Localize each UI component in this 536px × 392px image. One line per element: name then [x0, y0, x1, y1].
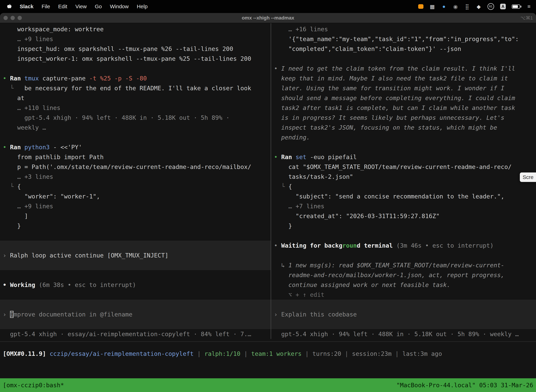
text-segment: gpt-5.4 xhigh · essay/ai-reimplementatio…: [3, 331, 251, 338]
screen-recording-indicator-icon[interactable]: [418, 4, 423, 9]
text-segment: Working: [10, 281, 35, 288]
app-status-icon-blue[interactable]: ●: [441, 4, 447, 9]
omx-session-status: [OMX#0.11.9] cczip/essay/ai-reimplementa…: [0, 349, 536, 359]
thinking-line: should send a message before completing …: [271, 93, 536, 103]
input-source-icon[interactable]: A: [500, 4, 506, 9]
output-line: "completed","claim_token":"claim-token"}…: [271, 44, 536, 54]
bullet-icon: •: [3, 281, 10, 288]
apple-menu-icon[interactable]: [7, 4, 12, 9]
model-status-line: gpt-5.4 xhigh · 94% left · 488K in · 5.1…: [271, 329, 536, 339]
text-segment: mprove documentation in @filename: [14, 311, 132, 318]
text-segment: "completed","claim_token":"claim-token"}…: [274, 45, 461, 52]
output-line: '{"team_name":"my-team","task_id":"1","f…: [271, 34, 536, 44]
battery-icon[interactable]: [512, 5, 520, 9]
password-manager-icon[interactable]: ◆: [476, 4, 482, 10]
zoom-button[interactable]: [18, 16, 22, 20]
tree-connector-icon: └: [3, 183, 17, 190]
text-segment: capture-pane: [39, 75, 86, 82]
window-title-bar: omx --xhigh --madmax ⌥⌘1: [0, 13, 536, 23]
text-segment: … +110 lines: [3, 104, 61, 111]
usage-stats-line: gpt-5.4 xhigh · 94% left · 488K in · 5.1…: [0, 113, 271, 123]
text-segment: roun: [342, 242, 357, 249]
bullet-icon: •: [3, 144, 10, 151]
text-cursor: I: [10, 311, 14, 318]
stat-badge[interactable]: 61: [488, 3, 494, 10]
menu-file[interactable]: File: [42, 4, 50, 9]
prompt-chevron-icon: ›: [3, 311, 10, 318]
text-segment: "worker": "worker-1",: [3, 193, 100, 200]
text-segment: readme-and-reco/mailbox/worker-1.json, a…: [274, 271, 504, 279]
close-button[interactable]: [4, 16, 8, 20]
composer-row: [0, 300, 271, 309]
text-segment: |: [302, 350, 312, 357]
menu-edit[interactable]: Edit: [58, 4, 67, 9]
menu-app-name[interactable]: Slack: [20, 4, 34, 9]
waiting-status-line: • Waiting for background terminal (3m 46…: [271, 241, 536, 250]
text-segment: gpt-5.4 xhigh · 94% left · 488K in · 5.1…: [3, 114, 230, 121]
text-segment: cczip/essay/ai-reimplementation-copyleft: [50, 350, 194, 357]
terminal-line: [0, 290, 271, 300]
minimize-button[interactable]: [10, 16, 15, 20]
text-segment: -t %25 -p -S -80: [86, 75, 147, 82]
text-segment: 1 new msg(s): read $OMX_TEAM_STATE_ROOT/…: [288, 262, 504, 269]
text-segment: |: [194, 350, 204, 357]
text-segment: '{"team_name":"my-team","task_id":"1","f…: [274, 36, 519, 42]
menu-bar-tray: ▦ ● ◉ ⣿ ◆ 61 A ≡: [418, 3, 532, 10]
output-line: └ {: [0, 182, 271, 191]
text-segment: }: [3, 222, 21, 229]
text-segment: continue assigned work or next feasible …: [274, 281, 450, 288]
text-segment: Explain this codebase: [281, 311, 357, 318]
text-segment: - <<'PY': [50, 144, 82, 151]
text-segment: inspect_worker-1: omx sparkshell --tmux-…: [3, 55, 251, 62]
composer-row: [271, 300, 536, 309]
text-segment: pending.: [274, 134, 310, 141]
text-segment: … +3 lines: [3, 173, 53, 180]
composer-input[interactable]: › Ralph loop active continue [OMX_TMUX_I…: [0, 250, 271, 260]
composer-row: [0, 241, 271, 250]
thinking-line: • I need to get the claim token from the…: [271, 64, 536, 73]
menu-help[interactable]: Help: [137, 4, 148, 9]
terminal-window: omx --xhigh --madmax ⌥⌘1 workspace_mode:…: [0, 13, 536, 392]
notification-line: ↳ 1 new msg(s): read $OMX_TEAM_STATE_ROO…: [271, 260, 536, 270]
command-line: • Ran python3 - <<'PY': [0, 142, 271, 152]
composer-input[interactable]: › Explain this codebase: [271, 309, 536, 319]
screen-edge-tooltip[interactable]: Scre: [520, 173, 536, 182]
text-segment: tasks/task-2.json": [274, 173, 353, 180]
output-line: "worker": "worker-1",: [0, 191, 271, 201]
command-continuation: cat "$OMX_TEAM_STATE_ROOT/team/review-cu…: [271, 162, 536, 172]
text-segment: (6m 38s • esc to interrupt): [35, 281, 136, 288]
command-continuation: tasks/task-2.json": [271, 172, 536, 182]
composer-input[interactable]: › Improve documentation in @filename: [0, 309, 271, 319]
status-separator-line: [0, 341, 536, 342]
text-segment: gpt-5.4 xhigh · 94% left · 488K in · 5.1…: [274, 331, 519, 338]
command-continuation: p = Path('.omx/state/team/review-current…: [0, 162, 271, 172]
bullet-icon: •: [274, 65, 281, 72]
terminal-pane-right[interactable]: … +16 lines '{"team_name":"my-team","tas…: [271, 23, 536, 339]
menu-window[interactable]: Window: [110, 4, 129, 9]
composer-row: [271, 319, 536, 329]
text-segment: weekly …: [3, 124, 46, 131]
text-segment: [OMX#0.11.9]: [3, 350, 46, 357]
menu-go[interactable]: Go: [95, 4, 102, 9]
text-segment: I need to get the claim token from the c…: [281, 65, 515, 72]
text-segment: [46, 350, 50, 357]
window-grid-icon[interactable]: ▦: [429, 4, 435, 10]
text-segment: session:23m: [352, 350, 392, 357]
tree-connector-icon: └: [3, 85, 24, 92]
terminal-pane-left[interactable]: workspace_mode: worktree … +9 lines insp…: [0, 23, 271, 339]
app-launcher-dots-icon[interactable]: ⣿: [464, 4, 470, 10]
composer-row: [0, 319, 271, 329]
menu-view[interactable]: View: [75, 4, 86, 9]
bullet-icon: •: [274, 154, 281, 160]
tree-connector-icon: └: [274, 183, 288, 190]
tmux-session-window[interactable]: [omx-cczip0:bash*: [3, 382, 64, 389]
text-segment: turns:20: [312, 350, 341, 357]
control-center-icon[interactable]: ≡: [526, 4, 532, 9]
text-segment: … +9 lines: [3, 36, 53, 42]
text-segment: Waiting for backg: [281, 242, 342, 249]
terminal-line: [0, 270, 271, 280]
text-segment: cat "$OMX_TEAM_STATE_ROOT/team/review-cu…: [274, 163, 512, 170]
working-status-line: • Working (6m 38s • esc to interrupt): [0, 280, 271, 290]
app-status-icon-dark[interactable]: ◉: [453, 4, 458, 10]
output-elision: … +16 lines: [271, 24, 536, 34]
